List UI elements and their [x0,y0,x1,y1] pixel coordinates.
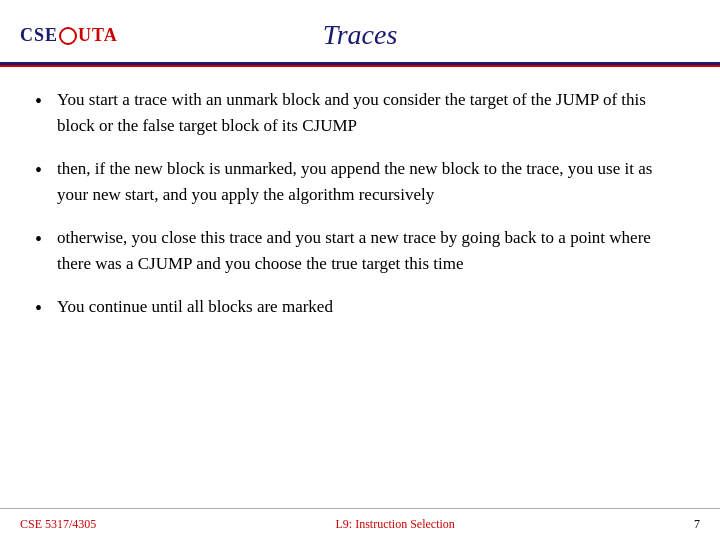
bullet-text-4: You continue until all blocks are marked [57,294,685,320]
header: CSE UTA Traces [0,0,720,62]
footer: CSE 5317/4305 L9: Instruction Selection … [0,508,720,540]
bullet-text-3: otherwise, you close this trace and you … [57,225,685,276]
content-area: • You start a trace with an unmark block… [0,67,720,508]
bullet-list: • You start a trace with an unmark block… [35,87,685,322]
list-item: • then, if the new block is unmarked, yo… [35,156,685,207]
logo-uta-text: UTA [78,25,118,46]
slide-title: Traces [323,19,398,51]
list-item: • otherwise, you close this trace and yo… [35,225,685,276]
bullet-dot-1: • [35,87,57,115]
footer-course: CSE 5317/4305 [20,517,96,532]
bullet-text-2: then, if the new block is unmarked, you … [57,156,685,207]
logo: CSE UTA [20,25,118,46]
footer-page-number: 7 [694,517,700,532]
logo-circle-icon [59,27,77,45]
footer-lecture: L9: Instruction Selection [336,517,455,532]
list-item: • You continue until all blocks are mark… [35,294,685,322]
list-item: • You start a trace with an unmark block… [35,87,685,138]
bullet-text-1: You start a trace with an unmark block a… [57,87,685,138]
bullet-dot-4: • [35,294,57,322]
bullet-dot-3: • [35,225,57,253]
logo-cse-text: CSE [20,25,58,46]
bullet-dot-2: • [35,156,57,184]
slide: CSE UTA Traces • You start a trace with … [0,0,720,540]
